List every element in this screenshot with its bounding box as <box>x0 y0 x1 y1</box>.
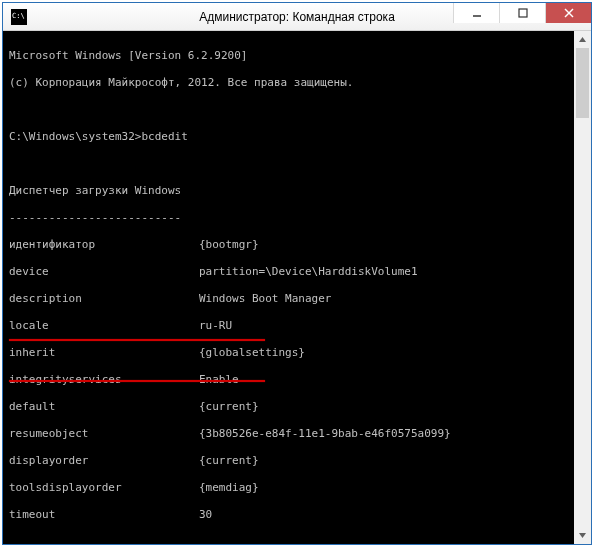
kv-row: toolsdisplayorder{memdiag} <box>9 481 585 495</box>
titlebar[interactable]: Администратор: Командная строка <box>3 3 591 31</box>
svg-marker-4 <box>579 37 586 42</box>
highlight-line <box>9 380 265 382</box>
close-button[interactable] <box>545 3 591 23</box>
copyright-line: (c) Корпорация Майкрософт, 2012. Все пра… <box>9 76 585 90</box>
kv-row: displayorder{current} <box>9 454 585 468</box>
section-title: Диспетчер загрузки Windows <box>9 184 585 198</box>
prompt-line: C:\Windows\system32>bcdedit <box>9 130 585 144</box>
kv-row: descriptionWindows Boot Manager <box>9 292 585 306</box>
kv-row: default{current} <box>9 400 585 414</box>
scroll-track[interactable] <box>574 48 591 527</box>
section-rule: -------------------------- <box>9 211 585 225</box>
scroll-thumb[interactable] <box>576 48 589 118</box>
kv-row: идентификатор{bootmgr} <box>9 238 585 252</box>
minimize-button[interactable] <box>453 3 499 23</box>
highlight-line <box>9 339 265 341</box>
cmd-icon <box>11 9 27 25</box>
kv-row: localeru-RU <box>9 319 585 333</box>
command-prompt-window: Администратор: Командная строка Microsof… <box>2 2 592 545</box>
vertical-scrollbar[interactable] <box>574 31 591 544</box>
scroll-down-button[interactable] <box>574 527 591 544</box>
banner-line: Microsoft Windows [Version 6.2.9200] <box>9 49 585 63</box>
maximize-button[interactable] <box>499 3 545 23</box>
window-controls <box>453 3 591 30</box>
kv-row: devicepartition=\Device\HarddiskVolume1 <box>9 265 585 279</box>
kv-row: timeout30 <box>9 508 585 522</box>
scroll-up-button[interactable] <box>574 31 591 48</box>
kv-row: resumeobject{3b80526e-e84f-11e1-9bab-e46… <box>9 427 585 441</box>
kv-row: inherit{globalsettings} <box>9 346 585 360</box>
terminal-area[interactable]: Microsoft Windows [Version 6.2.9200] (c)… <box>3 31 591 544</box>
svg-marker-5 <box>579 533 586 538</box>
svg-rect-1 <box>519 9 527 17</box>
